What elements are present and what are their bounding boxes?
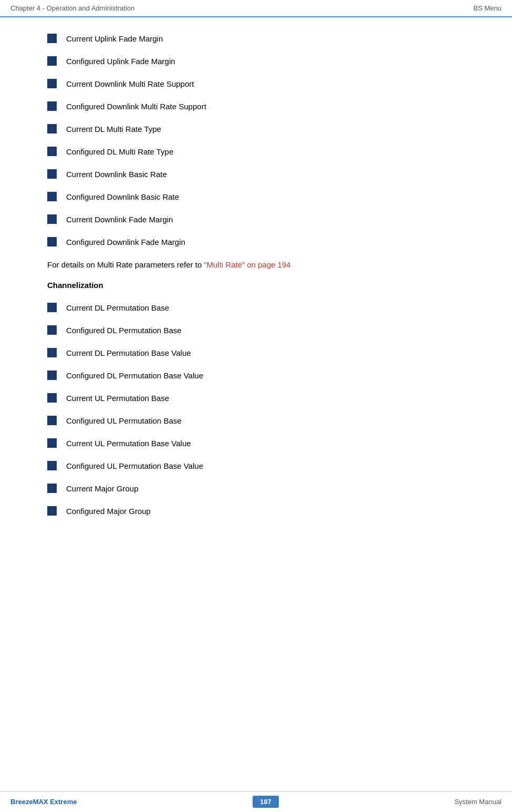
bullet-square-icon (47, 371, 57, 380)
bullet-square-icon (47, 79, 57, 88)
list-item: Current Major Group (42, 483, 470, 494)
footer-manual: System Manual (454, 798, 501, 806)
multirate-link[interactable]: “Multi Rate” on page 194 (204, 260, 290, 269)
bullet-square-icon (47, 325, 57, 335)
bullet-item-text: Configured DL Permutation Base (66, 325, 182, 336)
list-item: Current DL Permutation Base (42, 302, 470, 313)
bullet-item-text: Current UL Permutation Base (66, 393, 169, 404)
para-prefix-text: For details on Multi Rate parameters ref… (47, 260, 204, 269)
page-content: Current Uplink Fade Margin Configured Up… (0, 17, 512, 549)
bullet-item-text: Current DL Permutation Base Value (66, 347, 191, 358)
bullet-square-icon (47, 348, 57, 357)
list-item: Configured Downlink Fade Margin (42, 237, 470, 248)
bullet-item-text: Configured DL Permutation Base Value (66, 370, 203, 381)
list-item: Current Downlink Fade Margin (42, 214, 470, 225)
list-item: Configured DL Permutation Base Value (42, 370, 470, 381)
bullet-square-icon (47, 101, 57, 111)
bullet-item-text: Configured UL Permutation Base (66, 415, 182, 426)
bullet-square-icon (47, 237, 57, 246)
bullet-item-text: Current DL Permutation Base (66, 302, 169, 313)
bullet-square-icon (47, 393, 57, 403)
list-item: Configured DL Multi Rate Type (42, 146, 470, 157)
bullet-square-icon (47, 169, 57, 179)
page-header: Chapter 4 - Operation and Administration… (0, 0, 512, 17)
bullet-square-icon (47, 416, 57, 425)
bullet-square-icon (47, 192, 57, 201)
list-item: Configured Downlink Multi Rate Support (42, 101, 470, 112)
list-item: Current Downlink Multi Rate Support (42, 78, 470, 89)
footer-page-number: 187 (253, 796, 279, 808)
bullet-square-icon (47, 461, 57, 470)
bullet-item-text: Current Major Group (66, 483, 139, 494)
page-footer: BreezeMAX Extreme 187 System Manual (0, 791, 512, 812)
list-item: Current Downlink Basic Rate (42, 169, 470, 180)
bullet-square-icon (47, 506, 57, 516)
list-item: Current UL Permutation Base (42, 393, 470, 404)
bullet-item-text: Current Downlink Basic Rate (66, 169, 167, 180)
bullet-square-icon (47, 124, 57, 133)
multirate-paragraph: For details on Multi Rate parameters ref… (42, 259, 470, 271)
footer-brand: BreezeMAX Extreme (11, 798, 77, 806)
bullet-square-icon (47, 214, 57, 224)
bullet-square-icon (47, 438, 57, 448)
list-item: Configured UL Permutation Base (42, 415, 470, 426)
list-item: Current DL Multi Rate Type (42, 124, 470, 135)
bullet-item-text: Configured Uplink Fade Margin (66, 56, 175, 67)
bullet-square-icon (47, 303, 57, 312)
bullet-item-text: Configured Downlink Basic Rate (66, 191, 179, 202)
bullet-list-channelization: Current DL Permutation Base Configured D… (42, 302, 470, 517)
bullet-list-top: Current Uplink Fade Margin Configured Up… (42, 33, 470, 248)
list-item: Configured UL Permutation Base Value (42, 460, 470, 471)
list-item: Current DL Permutation Base Value (42, 347, 470, 358)
bullet-item-text: Current Downlink Fade Margin (66, 214, 173, 225)
bullet-square-icon (47, 147, 57, 156)
list-item: Configured Downlink Basic Rate (42, 191, 470, 202)
bullet-item-text: Configured UL Permutation Base Value (66, 460, 203, 471)
list-item: Configured Uplink Fade Margin (42, 56, 470, 67)
bullet-item-text: Configured Downlink Fade Margin (66, 237, 185, 248)
bullet-item-text: Current UL Permutation Base Value (66, 438, 191, 449)
list-item: Current UL Permutation Base Value (42, 438, 470, 449)
bullet-item-text: Current Uplink Fade Margin (66, 33, 163, 44)
bullet-item-text: Configured Downlink Multi Rate Support (66, 101, 206, 112)
bullet-item-text: Current DL Multi Rate Type (66, 124, 161, 135)
header-section: BS Menu (474, 4, 501, 12)
list-item: Configured DL Permutation Base (42, 325, 470, 336)
bullet-item-text: Configured DL Multi Rate Type (66, 146, 173, 157)
bullet-item-text: Current Downlink Multi Rate Support (66, 78, 194, 89)
channelization-heading: Channelization (42, 281, 470, 290)
list-item: Configured Major Group (42, 506, 470, 517)
list-item: Current Uplink Fade Margin (42, 33, 470, 44)
bullet-item-text: Configured Major Group (66, 506, 151, 517)
bullet-square-icon (47, 484, 57, 493)
bullet-square-icon (47, 56, 57, 66)
header-chapter: Chapter 4 - Operation and Administration (11, 4, 134, 12)
bullet-square-icon (47, 34, 57, 43)
